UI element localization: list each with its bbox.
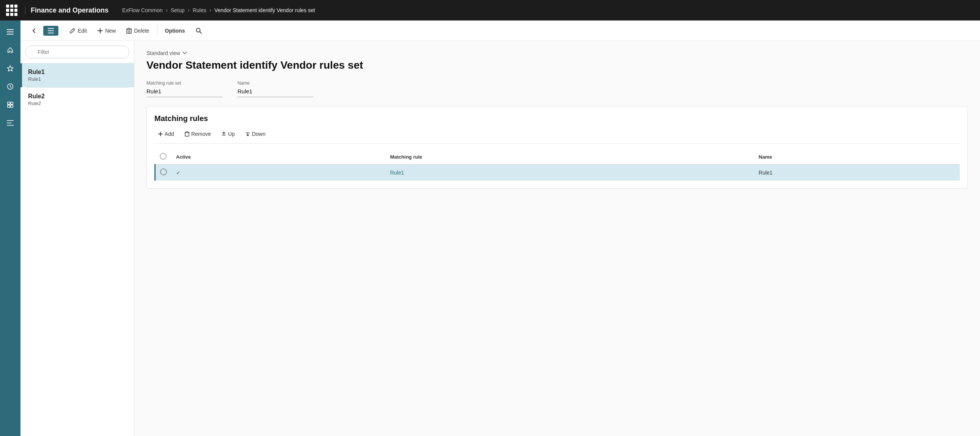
new-label: New — [105, 28, 116, 34]
toolbar: Edit New Delete — [21, 21, 980, 41]
list-panel: Rule1 Rule1 Rule2 Rule2 — [21, 41, 134, 436]
new-button[interactable]: New — [93, 25, 120, 36]
options-label: Options — [165, 28, 185, 34]
breadcrumb-sep-3: › — [210, 7, 211, 14]
svg-rect-11 — [12, 122, 14, 124]
breadcrumb-exflow[interactable]: ExFlow Common — [122, 7, 163, 13]
delete-label: Delete — [134, 28, 149, 34]
add-label: Add — [165, 131, 174, 137]
sidebar-modules[interactable] — [2, 115, 19, 131]
list-item-title: Rule2 — [28, 93, 128, 100]
svg-rect-6 — [8, 105, 10, 107]
sidebar-hamburger[interactable] — [2, 24, 19, 40]
down-label: Down — [252, 131, 266, 137]
page-title: Vendor Statement identify Vendor rules s… — [146, 59, 968, 72]
svg-rect-17 — [127, 29, 131, 33]
left-sidebar — [0, 21, 21, 436]
sidebar-home[interactable] — [2, 42, 19, 59]
breadcrumb-current: Vendor Statement identify Vendor rules s… — [214, 7, 315, 13]
back-button[interactable] — [27, 25, 42, 36]
matching-rules-section: Matching rules Add — [146, 106, 968, 189]
breadcrumb-sep-1: › — [166, 7, 168, 14]
svg-line-23 — [200, 32, 202, 33]
list-item[interactable]: Rule2 Rule2 — [21, 88, 134, 111]
table-row[interactable]: ✓ Rule1 Rule1 — [155, 164, 960, 181]
radio-circle-icon[interactable] — [160, 169, 167, 175]
sidebar-recent[interactable] — [2, 78, 19, 95]
row-name: Rule1 — [754, 164, 960, 181]
list-item-title: Rule1 — [28, 69, 128, 75]
down-button[interactable]: Down — [242, 129, 269, 139]
edit-button[interactable]: Edit — [65, 25, 91, 36]
row-matching-rule[interactable]: Rule1 — [385, 164, 754, 181]
matching-rule-set-label: Matching rule set — [146, 80, 222, 86]
section-toolbar: Add Remove — [154, 129, 960, 144]
delete-button[interactable]: Delete — [122, 25, 154, 36]
add-button[interactable]: Add — [154, 129, 178, 139]
filter-box — [21, 41, 134, 64]
list-item-subtitle: Rule1 — [28, 76, 128, 82]
remove-button[interactable]: Remove — [181, 129, 215, 139]
svg-rect-4 — [8, 102, 10, 104]
matching-rule-link[interactable]: Rule1 — [390, 170, 404, 176]
list-item-subtitle: Rule2 — [28, 100, 128, 106]
name-value[interactable]: Rule1 — [237, 88, 313, 97]
options-button[interactable]: Options — [161, 25, 190, 36]
form-row: Matching rule set Rule1 Name Rule1 — [146, 80, 968, 97]
up-label: Up — [228, 131, 235, 137]
name-field: Name Rule1 — [237, 80, 313, 97]
breadcrumb: ExFlow Common › Setup › Rules › Vendor S… — [122, 7, 315, 14]
table-header-row: Active Matching rule Name — [155, 150, 960, 164]
search-button[interactable] — [191, 25, 207, 36]
filter-wrapper — [25, 46, 129, 59]
matching-rule-col-header: Matching rule — [385, 150, 754, 164]
content-body: Rule1 Rule1 Rule2 Rule2 Standard view — [21, 41, 980, 436]
active-col-header: Active — [172, 150, 385, 164]
remove-label: Remove — [191, 131, 211, 137]
svg-rect-7 — [11, 105, 13, 107]
sidebar-favorites[interactable] — [2, 60, 19, 76]
sidebar-workspaces[interactable] — [2, 96, 19, 113]
main-area: Edit New Delete — [21, 21, 980, 436]
edit-label: Edit — [78, 28, 87, 34]
name-label: Name — [237, 80, 313, 86]
radio-col-header — [155, 150, 172, 164]
breadcrumb-setup[interactable]: Setup — [171, 7, 185, 13]
matching-rule-set-field: Matching rule set Rule1 — [146, 80, 222, 97]
filter-input[interactable] — [25, 46, 129, 59]
row-active: ✓ — [172, 164, 385, 181]
matching-rules-title: Matching rules — [154, 114, 960, 123]
top-navigation: Finance and Operations ExFlow Common › S… — [0, 0, 980, 21]
breadcrumb-sep-2: › — [188, 7, 190, 14]
up-button[interactable]: Up — [218, 129, 239, 139]
list-item[interactable]: Rule1 Rule1 — [21, 64, 134, 87]
waffle-icon[interactable] — [6, 5, 18, 16]
view-selector[interactable]: Standard view — [146, 50, 968, 56]
breadcrumb-rules[interactable]: Rules — [193, 7, 207, 13]
view-selector-label: Standard view — [146, 50, 180, 56]
detail-panel: Standard view Vendor Statement identify … — [134, 41, 980, 436]
toolbar-divider-2 — [157, 25, 158, 37]
checkmark-icon: ✓ — [176, 170, 181, 176]
svg-rect-5 — [11, 102, 13, 104]
matching-rule-set-value[interactable]: Rule1 — [146, 88, 222, 97]
app-title: Finance and Operations — [25, 6, 108, 14]
row-radio[interactable] — [155, 164, 172, 181]
matching-rules-table: Active Matching rule Name — [154, 150, 960, 181]
menu-button[interactable] — [43, 26, 59, 36]
toolbar-divider-1 — [62, 25, 62, 37]
name-col-header: Name — [754, 150, 960, 164]
svg-rect-28 — [185, 132, 189, 136]
